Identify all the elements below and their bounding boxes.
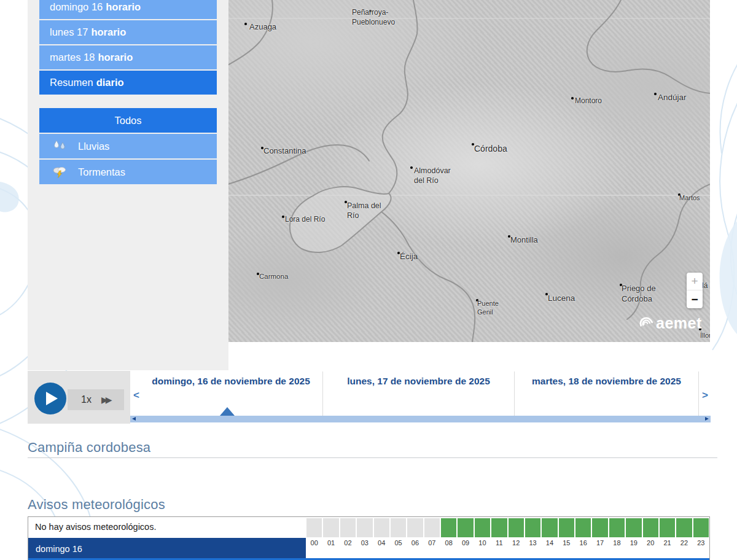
map-zoom-control: + − xyxy=(687,273,703,308)
region-heading: Campiña cordobesa xyxy=(28,440,150,456)
timeline-scrollbar[interactable] xyxy=(130,416,711,422)
hour-label: 12 xyxy=(509,539,524,548)
nav-label: martes 18 xyxy=(50,52,95,63)
speed-label: 1x xyxy=(81,394,92,405)
city-label: Andújar xyxy=(658,92,687,103)
sidebar-item-lunes-17-horario[interactable]: lunes 17 horario xyxy=(39,20,217,44)
hour-label: 23 xyxy=(693,539,709,548)
aemet-logo-text: aemet xyxy=(656,314,702,332)
aviso-cell-16 xyxy=(575,518,591,537)
nav-label-bold: horario xyxy=(106,1,141,13)
filter-tormentas[interactable]: Tormentas xyxy=(39,160,217,184)
city-label: Écija xyxy=(400,251,418,262)
timeline-next-button[interactable]: > xyxy=(702,389,708,402)
animation-player: 1x ▶▶ xyxy=(28,371,130,424)
aviso-cell-08 xyxy=(441,518,456,537)
storm-icon xyxy=(52,165,68,179)
hour-label: 11 xyxy=(491,539,507,548)
city-label: lá xyxy=(702,281,708,291)
hour-label: 22 xyxy=(676,539,692,548)
play-button[interactable] xyxy=(34,383,66,414)
speed-control[interactable]: 1x ▶▶ xyxy=(68,389,124,410)
city-dot xyxy=(410,166,413,169)
aviso-cell-13 xyxy=(525,518,540,537)
aviso-cell-05 xyxy=(391,518,406,537)
scroll-left-arrow[interactable] xyxy=(132,417,136,421)
aviso-cell-07 xyxy=(424,518,440,537)
zoom-out-button[interactable]: − xyxy=(687,290,703,308)
filter-label: Lluvias xyxy=(78,141,109,152)
aemet-weather-page: domingo 16 horario lunes 17 horario mart… xyxy=(0,0,737,560)
hour-label: 05 xyxy=(391,539,406,548)
hour-label: 09 xyxy=(458,539,473,548)
nav-label-bold: horario xyxy=(98,52,133,63)
aemet-logo: aemet xyxy=(638,314,702,332)
city-label: Córdoba xyxy=(474,143,507,154)
hour-label: 03 xyxy=(357,539,372,548)
aviso-cell-04 xyxy=(374,518,389,537)
nav-label: Resumen xyxy=(50,77,93,88)
city-dot xyxy=(654,93,657,95)
sidebar-item-domingo-16-horario[interactable]: domingo 16 horario xyxy=(39,0,217,19)
hour-label: 13 xyxy=(525,539,540,548)
timeline-prev-button[interactable]: < xyxy=(133,389,139,402)
city-dot xyxy=(571,97,574,99)
timeline-day-martes[interactable]: martes, 18 de noviembre de 2025 xyxy=(514,371,699,416)
filter-lluvias[interactable]: Lluvias xyxy=(39,134,217,158)
aviso-cell-21 xyxy=(660,518,675,537)
city-label: Palma del Río xyxy=(347,201,381,221)
fast-forward-icon[interactable]: ▶▶ xyxy=(101,395,110,405)
city-label: Peñarroya- Pueblonuevo xyxy=(352,8,395,27)
timeline-day-lunes[interactable]: lunes, 17 de noviembre de 2025 xyxy=(322,371,514,416)
sidebar-item-martes-18-horario[interactable]: martes 18 horario xyxy=(39,45,217,69)
hour-label: 14 xyxy=(542,539,557,548)
hour-label: 00 xyxy=(306,539,322,548)
filter-label: Tormentas xyxy=(78,166,125,178)
aviso-cell-11 xyxy=(491,518,507,537)
timeline-position-marker[interactable] xyxy=(220,407,235,416)
city-dot xyxy=(472,143,474,146)
city-label: Priego de Córdoba xyxy=(622,284,656,305)
city-label: Puente Genil xyxy=(477,299,499,317)
city-label: Almodóvar del Río xyxy=(414,166,451,186)
nav-label-bold: diario xyxy=(96,77,124,88)
aviso-cell-12 xyxy=(509,518,524,537)
aemet-swirl-icon xyxy=(638,316,654,332)
avisos-heading: Avisos meteorológicos xyxy=(28,497,165,513)
city-label: Lora del Río xyxy=(285,215,325,225)
timeline: < domingo, 16 de noviembre de 2025 lunes… xyxy=(130,371,711,416)
city-label: Martos xyxy=(679,193,700,202)
weather-map[interactable]: AzuagaPeñarroya- PueblonuevoMontoroAndúj… xyxy=(228,0,710,342)
hour-label: 07 xyxy=(424,539,440,548)
aviso-cell-09 xyxy=(458,518,473,537)
map-labels: AzuagaPeñarroya- PueblonuevoMontoroAndúj… xyxy=(228,0,710,342)
aviso-cell-06 xyxy=(407,518,423,537)
filter-todos[interactable]: Todos xyxy=(39,108,217,133)
city-dot xyxy=(244,23,247,25)
heading-divider xyxy=(28,457,717,458)
sidebar-item-resumen-diario[interactable]: Resumen diario xyxy=(39,71,217,95)
hour-label: 20 xyxy=(643,539,658,548)
city-dot xyxy=(257,273,259,275)
zoom-in-button[interactable]: + xyxy=(687,273,703,290)
hour-label: 15 xyxy=(559,539,574,548)
aviso-cell-10 xyxy=(475,518,490,537)
city-dot xyxy=(261,147,263,149)
city-label: Íllor xyxy=(700,331,710,340)
hour-label: 10 xyxy=(475,539,490,548)
city-label: Montoro xyxy=(575,96,602,106)
aviso-cell-03 xyxy=(357,518,372,537)
aviso-cell-20 xyxy=(643,518,658,537)
aviso-cell-19 xyxy=(626,518,641,537)
aviso-cell-18 xyxy=(609,518,625,537)
city-label: Montilla xyxy=(510,235,538,246)
city-dot xyxy=(508,235,510,238)
scroll-right-arrow[interactable] xyxy=(705,417,709,421)
rain-icon xyxy=(52,139,68,153)
hour-label: 21 xyxy=(660,539,675,548)
hour-label: 16 xyxy=(575,539,591,548)
aviso-cell-17 xyxy=(592,518,607,537)
nav-label: domingo 16 xyxy=(50,1,103,13)
aviso-cell-22 xyxy=(676,518,692,537)
hour-label: 08 xyxy=(441,539,456,548)
